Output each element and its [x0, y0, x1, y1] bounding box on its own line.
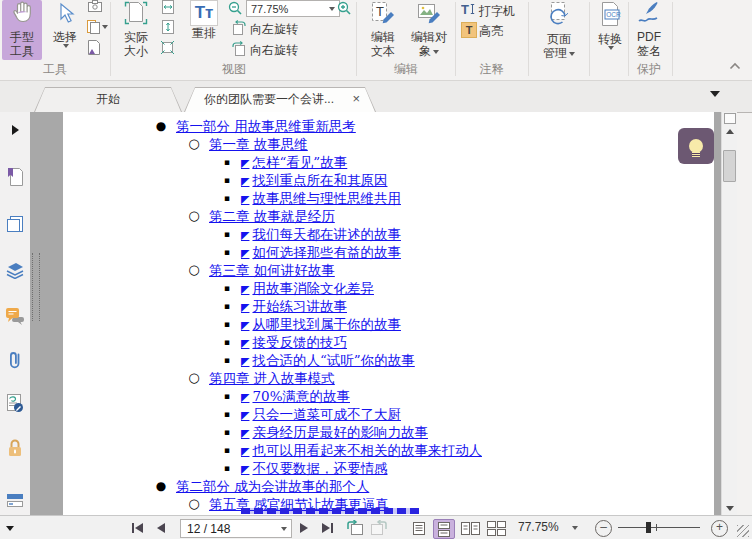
outline-link[interactable]: ◤接受反馈的技巧: [241, 334, 347, 350]
outline-link[interactable]: ◤故事思维与理性思维共用: [241, 190, 401, 206]
section-flag-icon: ◤: [241, 355, 249, 368]
list-bullet: ○: [186, 135, 202, 153]
tab-document-active[interactable]: 你的团队需要一个会讲... ×: [184, 87, 376, 112]
clipboard-button[interactable]: [87, 19, 108, 34]
vertical-scrollbar[interactable]: [721, 112, 737, 515]
select-tool-button[interactable]: 选择: [47, 0, 83, 60]
split-view-handle[interactable]: [724, 113, 736, 124]
page-number-input[interactable]: 12 / 148: [180, 519, 292, 538]
facing-view-button[interactable]: [458, 519, 482, 537]
continuous-view-button[interactable]: [433, 519, 455, 539]
outline-link[interactable]: ◤如何选择那些有益的故事: [241, 244, 401, 260]
outline-link[interactable]: 第四章 进入故事模式: [209, 370, 335, 386]
insert-page-button[interactable]: [88, 40, 100, 55]
sidebar-item-attachments[interactable]: [5, 350, 25, 370]
outline-link[interactable]: ◤从哪里找到属于你的故事: [241, 316, 401, 332]
outline-link[interactable]: 第三章 如何讲好故事: [209, 262, 335, 278]
rotate-right-label[interactable]: 向右旋转: [250, 42, 298, 59]
fit-page-button[interactable]: [161, 20, 175, 34]
zoom-in-button[interactable]: [337, 1, 351, 15]
zoom-in-button-status[interactable]: +: [711, 520, 728, 537]
outline-link[interactable]: 第一章 故事思维: [209, 136, 308, 152]
rotate-left-label[interactable]: 向左旋转: [250, 21, 298, 38]
sidebar-item-security[interactable]: [5, 438, 25, 458]
convert-button[interactable]: OCR 转换: [593, 0, 627, 64]
pdf-sign-button[interactable]: PDF签名: [630, 0, 668, 60]
pdf-sign-icon: [636, 0, 662, 30]
sidebar-item-destinations[interactable]: [5, 490, 25, 510]
sidebar-splitter-handle[interactable]: [32, 253, 40, 321]
outline-link[interactable]: ◤开始练习讲故事: [241, 298, 347, 314]
close-tab-icon[interactable]: ×: [352, 91, 360, 107]
tab-list-dropdown-icon[interactable]: [710, 91, 720, 97]
highlight-button[interactable]: T: [461, 22, 477, 38]
fit-visible-button[interactable]: [160, 40, 175, 55]
outline-link[interactable]: ◤不仅要数据，还要情感: [241, 460, 387, 476]
sidebar-item-comments[interactable]: [5, 306, 25, 326]
sidebar-more-icon[interactable]: [6, 526, 14, 531]
next-page-button[interactable]: [300, 523, 308, 533]
reflow-button[interactable]: Tт 重排: [186, 0, 222, 60]
scrollbar-thumb[interactable]: [723, 150, 736, 182]
comments-icon: [5, 307, 25, 325]
next-view-button[interactable]: [370, 520, 387, 536]
outline-link[interactable]: ◤用故事消除文化差异: [241, 280, 374, 296]
zoom-out-button[interactable]: [228, 1, 242, 15]
outline-link[interactable]: ◤70%满意的故事: [241, 388, 350, 404]
zoom-slider[interactable]: [618, 527, 700, 528]
outline-link[interactable]: ◤只会一道菜可成不了大厨: [241, 406, 401, 422]
previous-view-button[interactable]: [347, 520, 364, 536]
section-flag-icon: ◤: [241, 175, 249, 188]
outline-link[interactable]: ◤我们每天都在讲述的故事: [241, 226, 401, 242]
zoom-out-button-status[interactable]: –: [595, 520, 612, 537]
list-bullet: ▪: [219, 279, 235, 297]
list-bullet: ○: [186, 369, 202, 387]
previous-page-button[interactable]: [157, 523, 165, 533]
clipboard-icon: [87, 19, 100, 34]
chevron-down-icon[interactable]: [572, 526, 578, 530]
sidebar-item-bookmarks[interactable]: [5, 167, 25, 187]
rotate-left-button[interactable]: [231, 20, 247, 35]
outline-link[interactable]: ◤亲身经历是最好的影响力故事: [241, 424, 428, 440]
collapse-ribbon-button[interactable]: [729, 62, 741, 70]
zoom-slider-thumb[interactable]: [646, 522, 651, 533]
assistant-lightbulb-button[interactable]: [678, 128, 714, 164]
outline-link[interactable]: 第一部分 用故事思维重新思考: [176, 118, 356, 134]
page-manage-button[interactable]: 页面管理: [532, 0, 586, 64]
outline-link[interactable]: 第二部分 成为会讲故事的那个人: [176, 478, 369, 494]
signature-icon: [6, 393, 24, 413]
continuous-facing-icon: [487, 521, 506, 536]
edit-object-button[interactable]: 编辑对象: [406, 0, 452, 60]
outline-link[interactable]: ◤怎样“看见”故事: [241, 154, 347, 170]
single-page-icon: [412, 521, 426, 536]
edit-text-button[interactable]: T 编辑文本: [362, 0, 404, 60]
actual-size-button[interactable]: 实际大小: [116, 0, 156, 60]
last-page-button[interactable]: [322, 523, 333, 533]
sidebar-item-pages[interactable]: [5, 214, 25, 234]
outline-link[interactable]: ◤也可以用看起来不相关的故事来打动人: [241, 442, 482, 458]
outline-link[interactable]: ◤找到重点所在和其原因: [241, 172, 387, 188]
typewriter-label[interactable]: 打字机: [479, 3, 515, 20]
zoom-level-combobox[interactable]: 77.75%: [246, 0, 340, 17]
tab-start[interactable]: 开始: [34, 87, 182, 112]
highlight-label[interactable]: 高亮: [479, 23, 503, 40]
fit-width-button[interactable]: [161, 0, 175, 14]
zoom-percent-label[interactable]: 77.75%: [518, 520, 559, 534]
hand-tool-button[interactable]: 手型工具: [2, 0, 42, 60]
single-page-view-button[interactable]: [409, 519, 429, 537]
snapshot-button[interactable]: [88, 0, 102, 12]
chevron-down-icon: [63, 44, 69, 48]
first-page-button[interactable]: [132, 523, 143, 533]
expand-sidebar-button[interactable]: [5, 120, 25, 140]
outline-link[interactable]: ◤找合适的人“试听”你的故事: [241, 352, 415, 368]
sidebar-item-layers[interactable]: [5, 260, 25, 280]
outline-link[interactable]: 第二章 故事就是经历: [209, 208, 335, 224]
scroll-up-icon[interactable]: [726, 129, 734, 134]
typewriter-button[interactable]: T: [461, 2, 476, 16]
sidebar-item-signatures[interactable]: [5, 393, 25, 413]
continuous-facing-view-button[interactable]: [484, 519, 508, 537]
section-flag-icon: ◤: [241, 445, 249, 458]
resize-grip[interactable]: [737, 525, 749, 537]
rotate-right-button[interactable]: [231, 41, 247, 56]
scroll-down-icon[interactable]: [726, 506, 734, 511]
